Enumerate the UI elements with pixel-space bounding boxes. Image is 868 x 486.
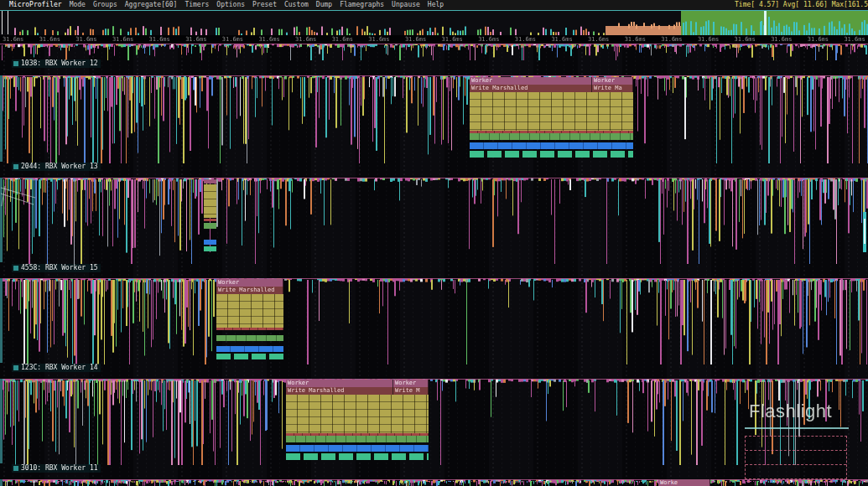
span-green-row[interactable] [470,133,633,140]
thread-color-swatch [13,61,18,66]
axis-tick-label: 31.6ms [368,35,389,44]
thread-label-rbx-worker-12[interactable]: 1038: RBX Worker 12 [12,59,101,68]
thread-label-rbx-worker-13[interactable]: 2044: RBX Worker 13 [12,163,101,171]
flashlight-dashed-panel [745,436,847,479]
span-write-marshalled[interactable]: Write Marshalled [286,387,393,395]
thread-label-text: 123C: RBX Worker 14 [21,364,98,372]
menu-item-options[interactable]: Options [216,0,245,10]
menu-item-aggregate[interactable]: Aggregate[60] [125,0,178,10]
axis-tick-label: 31.6ms [661,35,682,44]
axis-tick-label: 31.6ms [75,35,96,44]
thread-label-rbx-worker-14[interactable]: 123C: RBX Worker 14 [12,364,101,372]
thread-label-text: 1038: RBX Worker 12 [21,59,98,68]
dashed-divider [746,450,846,451]
span-worker[interactable]: Worker [286,380,393,387]
axis-tick-label: 31.6ms [735,35,756,44]
span-write-marshalled[interactable]: Write M [393,387,429,395]
profiler-timeline-canvas[interactable] [0,0,868,486]
dashed-divider [746,464,846,465]
span-blue-row[interactable] [470,142,633,149]
menu-item-mode[interactable]: Mode [70,0,86,10]
axis-tick-label: 31.6ms [222,35,243,44]
flame-header-row: Worke [658,479,710,486]
game-overlay-flashlight-title: Flashlight [749,401,832,422]
axis-tick-label: 31.6ms [515,35,536,44]
axis-tick-label: 31.6ms [112,35,133,44]
span-teal-row[interactable] [216,354,283,359]
time-axis: 31.6ms 31.6ms 31.6ms 31.6ms 31.6ms 31.6m… [0,35,868,44]
menu-item-unpause[interactable]: Unpause [392,0,420,10]
span-write-marshalled[interactable]: Write Ma [592,85,633,92]
span-children-rows[interactable] [470,92,633,131]
menu-item-preset[interactable]: Preset [252,0,277,10]
flame-span-block[interactable]: Worker Worker Write Marshalled Write Ma [470,77,633,158]
axis-tick-label: 31.6ms [405,35,426,44]
span-green-row[interactable] [216,335,283,341]
flame-span-block[interactable]: Worker Worker Write Marshalled Write M [286,380,429,460]
axis-tick-label: 31.6ms [39,35,60,44]
thread-label-text: 2044: RBX Worker 13 [21,163,98,171]
axis-tick-label: 31.6ms [808,35,829,44]
flame-header-row: Worker Worker [286,380,429,387]
span-blue-row[interactable] [286,445,429,452]
app-title-text: MicroProfiler [9,0,62,10]
axis-tick-label: 31.6ms [551,35,572,44]
span-write-marshalled[interactable]: Write Marshalled [470,85,592,92]
span-teal-row[interactable] [470,151,633,158]
span-worker[interactable]: Worker [470,77,592,85]
axis-tick-label: 31.6ms [185,35,206,44]
span-children-rows[interactable] [286,395,429,433]
axis-tick-label: 31.6ms [771,35,792,44]
axis-tick-label: 31.6ms [844,35,865,44]
axis-tick-label: 31.6ms [149,35,170,44]
axis-tick-label: 31.6ms [698,35,719,44]
flame-sub-row: Write Marshalled Write Ma [470,85,633,92]
menu-item-timers[interactable]: Timers [185,0,209,10]
axis-tick-label: 31.6ms [295,35,316,44]
thread-color-swatch [13,466,18,471]
axis-tick-label: 31.6ms [332,35,353,44]
flame-span-block-partial[interactable]: Worke [658,479,710,486]
flashlight-underline [745,427,849,429]
thread-label-text: 3010: RBX Worker 11 [21,464,98,473]
axis-tick-label: 31.6ms [478,35,499,44]
thread-label-rbx-worker-11[interactable]: 3010: RBX Worker 11 [12,464,101,473]
flame-header-row: Worker Worker [470,77,633,85]
span-write-marshalled[interactable]: Write Marshalled [216,287,283,294]
menu-item-dump[interactable]: Dump [316,0,332,10]
span-blue-row[interactable] [216,346,283,352]
flame-header-row: Worker [216,279,283,287]
flame-sub-row: Write Marshalled Write M [286,387,429,395]
menu-item-groups[interactable]: Groups [93,0,117,10]
thread-color-swatch [13,164,18,169]
axis-tick-label: 31.6ms [588,35,609,44]
axis-tick-label: 31.6ms [258,35,279,44]
flame-sub-row: Write Marshalled [216,287,283,294]
microprofiler-window: MicroProfiler Mode Groups Aggregate[60] … [0,0,868,486]
frame-time-stats: Time[ 4.57] Avg[ 11.66] Max[161.5 [735,0,868,10]
span-worker[interactable]: Worker [216,279,283,287]
span-teal-row[interactable] [286,453,429,460]
menu-item-flamegraphs[interactable]: Flamegraphs [340,0,384,10]
span-worker[interactable]: Worker [592,77,633,85]
menu-item-custom[interactable]: Custom [284,0,309,10]
thread-label-rbx-worker-15[interactable]: 4558: RBX Worker 15 [12,264,101,272]
flame-span-block[interactable]: Worker Write Marshalled [216,279,283,359]
span-worker[interactable]: Worke [658,479,710,486]
span-children-rows[interactable] [216,294,283,328]
span-worker[interactable]: Worker [393,380,429,387]
span-green-row[interactable] [286,436,429,442]
thread-color-swatch [13,266,18,271]
axis-tick-label: 31.6ms [625,35,646,44]
menu-item-help[interactable]: Help [428,0,444,10]
axis-tick-label: 31.6ms [3,35,23,44]
thread-label-text: 4558: RBX Worker 15 [21,264,98,272]
thread-color-swatch [13,365,18,370]
axis-tick-label: 31.6ms [442,35,463,44]
